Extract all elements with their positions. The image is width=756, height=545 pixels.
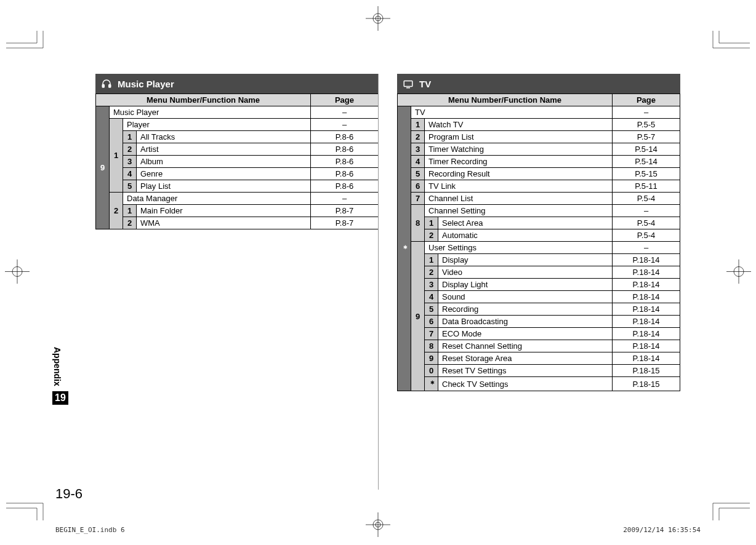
table-row: 8Channel Setting– [398,205,680,217]
section-header-music: Music Player [95,74,379,93]
footer-right: 2009/12/14 16:35:54 [623,526,701,534]
section-title: TV [419,79,431,89]
row-name: Main Folder [137,205,311,217]
row-name: User Settings [425,242,613,254]
level3-number: 5 [425,303,438,316]
level2-number: 1 [110,119,123,193]
row-page: P.18-14 [613,316,680,328]
row-page: P.5-4 [613,217,680,229]
section-header-tv: TV [397,74,680,93]
table-row: 0Reset TV SettingsP.18-15 [398,365,680,377]
table-header-row: Menu Number/Function Name Page [96,94,379,106]
registration-mark-top [366,6,390,33]
row-page: P.18-15 [613,365,680,377]
row-page: P.18-14 [613,266,680,279]
table-row: 4SoundP.18-14 [398,291,680,303]
row-page: – [311,193,379,205]
table-row: 2Data Manager– [96,193,379,205]
level2-number: 1 [411,119,425,131]
table-row: 1All TracksP.8-6 [96,131,379,143]
row-name: Display Light [438,279,613,291]
row-name: Video [438,266,613,279]
table-row: 5RecordingP.18-14 [398,303,680,316]
level2-number: 2 [110,193,123,229]
row-page: P.5-14 [613,156,680,168]
level3-number: 5 [123,180,137,193]
row-name: Recording Result [425,168,613,180]
table-row: 7Channel ListP.5-4 [398,193,680,205]
row-name: Watch TV [425,119,613,131]
row-name: Player [123,119,311,131]
table-row: 1Watch TVP.5-5 [398,119,680,131]
table-row: ＊Check TV SettingsP.18-15 [398,377,680,391]
table-row: 5Recording ResultP.5-15 [398,168,680,180]
row-name: WMA [137,217,311,229]
row-page: P.18-14 [613,328,680,340]
table-row: 2Program ListP.5-7 [398,131,680,143]
table-row: 9Music Player– [96,106,379,119]
table-row: 2AutomaticP.5-4 [398,229,680,242]
row-page: P.5-4 [613,193,680,205]
table-row: 1DisplayP.18-14 [398,254,680,266]
crop-mark-bl [6,496,49,520]
level3-number: ＊ [425,377,438,391]
registration-mark-left [5,260,30,286]
table-row: 5Play ListP.8-6 [96,180,379,193]
table-row: 6Data BroadcastingP.18-14 [398,316,680,328]
level2-number: 7 [411,193,425,205]
row-name: Data Manager [123,193,311,205]
row-name: Check TV Settings [438,377,613,391]
print-footer: BEGIN_E_OI.indb 6 2009/12/14 16:35:54 [55,526,701,534]
footer-left: BEGIN_E_OI.indb 6 [55,526,125,534]
col-header-menu: Menu Number/Function Name [398,94,613,106]
crop-mark-br [707,496,750,520]
table-row: 1Player– [96,119,379,131]
level2-number: 5 [411,168,425,180]
level2-number: 9 [411,242,425,391]
table-row: 4Timer RecordingP.5-14 [398,156,680,168]
row-page: P.8-7 [311,217,379,229]
chapter-number: 19 [52,391,68,405]
level3-number: 3 [123,156,137,168]
crop-mark-tl [6,31,49,55]
svg-rect-32 [404,81,412,87]
table-row: 3Display LightP.18-14 [398,279,680,291]
tv-table: Menu Number/Function Name Page ＊TV–1Watc… [397,93,680,391]
table-row: 8Reset Channel SettingP.18-14 [398,340,680,352]
table-header-row: Menu Number/Function Name Page [398,94,680,106]
row-name: Sound [438,291,613,303]
chapter-label: Appendix [52,344,62,389]
col-header-page: Page [311,94,379,106]
row-name: TV Link [425,180,613,193]
level3-number: 1 [425,217,438,229]
table-row: 9Reset Storage AreaP.18-14 [398,352,680,365]
level3-number: 6 [425,316,438,328]
row-page: – [613,242,680,254]
level3-number: 2 [123,217,137,229]
music-table: Menu Number/Function Name Page 9Music Pl… [95,93,379,229]
row-page: P.5-5 [613,119,680,131]
row-name: Play List [137,180,311,193]
row-page: P.8-6 [311,131,379,143]
row-page: P.8-7 [311,205,379,217]
row-page: P.18-14 [613,340,680,352]
table-row: 7ECO ModeP.18-14 [398,328,680,340]
row-name: Reset Storage Area [438,352,613,365]
column-divider [378,74,379,490]
level3-number: 0 [425,365,438,377]
page: Music Player Menu Number/Function Name P… [0,0,756,545]
chapter-tab: Appendix 19 [52,344,68,405]
level3-number: 9 [425,352,438,365]
table-row: 1Main FolderP.8-7 [96,205,379,217]
table-row: 2WMAP.8-7 [96,217,379,229]
row-name: Recording [438,303,613,316]
table-row: 3AlbumP.8-6 [96,156,379,168]
level3-number: 2 [123,143,137,156]
table-row: 6TV LinkP.5-11 [398,180,680,193]
level3-number: 1 [123,205,137,217]
right-column: TV Menu Number/Function Name Page ＊TV–1W… [397,74,680,391]
level3-number: 2 [425,266,438,279]
row-name: Reset Channel Setting [438,340,613,352]
tv-icon [402,78,414,90]
row-name: Music Player [110,106,311,119]
